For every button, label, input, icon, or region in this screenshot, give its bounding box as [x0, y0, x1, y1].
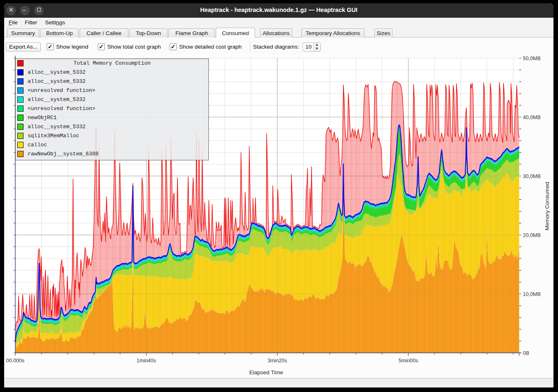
svg-text:0B: 0B: [523, 350, 529, 356]
svg-text:1min40s: 1min40s: [137, 358, 156, 364]
svg-text:50,0MB: 50,0MB: [523, 56, 541, 61]
svg-text:30,0MB: 30,0MB: [523, 174, 541, 179]
svg-text:5min00s: 5min00s: [399, 358, 418, 364]
svg-text:Elapsed Time: Elapsed Time: [249, 369, 283, 376]
svg-text:3min20s: 3min20s: [267, 358, 287, 364]
svg-text:10,0MB: 10,0MB: [523, 291, 541, 297]
svg-text:Memory Consumed: Memory Consumed: [544, 182, 550, 230]
svg-text:20,0MB: 20,0MB: [523, 232, 541, 238]
svg-text:00.000s: 00.000s: [6, 358, 24, 364]
svg-text:40,0MB: 40,0MB: [523, 115, 541, 120]
